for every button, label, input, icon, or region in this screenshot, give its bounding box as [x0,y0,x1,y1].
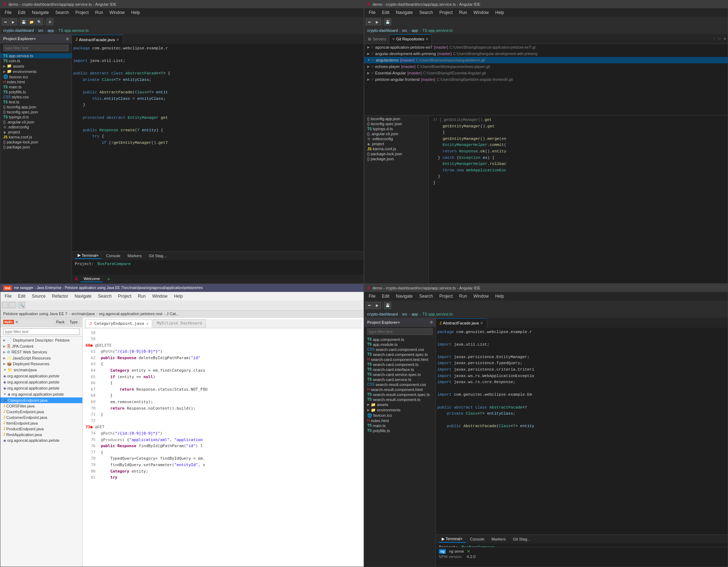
menu-edit-tr[interactable]: Edit [379,9,392,16]
file-tsconfig-spec-tl[interactable]: {} tsconfig.spec.json [0,109,72,114]
type-tab[interactable]: Type [68,319,79,325]
file-index-tl[interactable]: H index.html [0,79,72,84]
lf-tsconfig-app-tr[interactable]: {} tsconfig.app.json [364,116,428,121]
eclipse-menu-navigate[interactable]: Navigate [72,293,94,299]
file-project-tl[interactable]: ◆ .project [0,129,72,135]
br-search-card-ts[interactable]: TS search-card.component.ts [364,362,436,367]
terminal-tab-console-br[interactable]: Console [467,536,487,542]
toolbar-btn-3[interactable]: 💾 [20,18,27,25]
tree-customer-endpoint[interactable]: J CustomerEndpoint.java [0,415,82,420]
tree-src-main-java[interactable]: ▼ 📁 src/main/java [0,367,82,373]
bc-petstore[interactable]: Petstore application using Java EE 7 [3,312,67,316]
git-repo-petstore[interactable]: ▶ ⑂ agoncal-application-petstore-ee7 [ma… [364,44,728,50]
pack-tab[interactable]: Pack [54,319,66,325]
menu-project-br[interactable]: Project [436,293,455,299]
tree-deployment-descriptor[interactable]: ▶ 📄 Deployment Descriptor: Petstore [0,337,82,343]
br-search-result-css[interactable]: CSS search-result.component.css [364,382,436,387]
toolbar-btn-2[interactable]: ▶ [10,18,17,25]
menu-run-tl[interactable]: Run [92,9,106,16]
toolbar-btn-tr-2[interactable]: ▶ [374,18,381,25]
br-polyfills-ts[interactable]: TS polyfills.ts [364,428,436,433]
toolbar-btn-6[interactable]: ⚙ [46,18,53,25]
menu-navigate-br[interactable]: Navigate [393,293,416,299]
search-input-tl[interactable] [3,45,69,51]
eclipse-tab-myeclipse[interactable]: MyEclipse Dashboard [153,319,206,328]
git-repo-echoes[interactable]: ▶ ⑂ echoes-player [master] C:\Users\Bria… [364,63,728,70]
br-app-module[interactable]: TS app.module.ts [364,342,436,347]
eclipse-search-input[interactable] [3,328,79,335]
tree-item-endpoint[interactable]: J ItemEndpoint.java [0,420,82,426]
file-test-tl[interactable]: TS test.ts [0,99,72,104]
bc-ts-tr[interactable]: TS app.service.ts [422,28,453,33]
terminal-tab-console-tl[interactable]: Console [103,253,123,259]
menu-file-br[interactable]: File [366,293,378,299]
eclipse-tb-btn-2[interactable]: ▶ [9,302,15,308]
bc-ts-tl[interactable]: TS app.service.ts [58,28,89,33]
file-polyfills-tl[interactable]: TS polyfills.ts [0,89,72,94]
eclipse-menu-run[interactable]: Run [135,293,149,299]
menu-edit-br[interactable]: Edit [379,293,392,299]
eclipse-menu-refactor[interactable]: Refactor [49,293,71,299]
br-search-card-css[interactable]: CSS search-card.component.css [364,347,436,352]
tree-product-endpoint[interactable]: J ProductEndpoint.java [0,426,82,432]
eclipse-menu-search[interactable]: Search [95,293,115,299]
terminal-tab-markers-tl[interactable]: Markers [125,253,145,259]
close-myec[interactable]: ⊗ [15,320,18,324]
menu-file-tr[interactable]: File [366,9,378,16]
bc-crypto-tr[interactable]: crypto-dashboard [367,28,398,33]
tree-country-endpoint[interactable]: J CountryEndpoint.java [0,409,82,415]
file-main-tl[interactable]: TS main.ts [0,84,72,89]
folder-environments-tl[interactable]: ▶ 📁 environments [0,69,72,74]
tree-deployed-resources[interactable]: ▶ 📦 Deployed Resources [0,361,82,367]
eclipse-tab-category[interactable]: J CategoryEndpoint.java ⊗ [86,319,152,328]
bc-crypto-br[interactable]: crypto-dashboard [367,312,398,316]
eclipse-editor[interactable]: J CategoryEndpoint.java ⊗ MyEclipse Dash… [83,318,364,567]
git-repo-angulardemo[interactable]: ▼ ⑂ angulardemo [master] C:\Users\Brian\… [364,57,728,63]
eclipse-tb-btn-1[interactable]: ⬅ [2,302,8,308]
lf-karma-tr[interactable]: JS karma.conf.js [364,146,428,151]
search-input-br[interactable] [367,328,433,335]
toolbar-btn-br-1[interactable]: ⬅ [366,302,373,309]
menu-search-tl[interactable]: Search [52,9,72,16]
br-favicon[interactable]: 🌐 favicon.ico [364,413,436,418]
file-karma-tl[interactable]: JS karma.conf.js [0,135,72,140]
bc-crypto-tl[interactable]: crypto-dashboard [3,28,34,33]
br-assets-folder[interactable]: ▶ 📁 assets [364,402,436,407]
toolbar-btn-tr-1[interactable]: ⬅ [366,18,373,25]
menu-navigate-tl[interactable]: Navigate [29,9,52,16]
add-tab-btn-tl[interactable]: + [106,276,111,282]
maximize-btn-tr[interactable]: □ [717,36,722,41]
br-search-card-service[interactable]: TS search-card.service.ts [364,377,436,382]
menu-help-tl[interactable]: Help [128,9,143,16]
tree-pkg-3[interactable]: ◈ org.agoncal.application.petste [0,385,82,391]
file-coin-tl[interactable]: TS coin.ts [0,58,72,63]
lf-editorconfig-tr[interactable]: ⚙ .editorconfig [364,136,428,141]
eclipse-menu-window[interactable]: Window [149,293,170,299]
tree-pkg-rest-open[interactable]: ▼ ◈ org.agoncal.application.petste [0,391,82,397]
br-search-card-test-html[interactable]: H search-card.component.test.html [364,357,436,362]
menu-search-tr[interactable]: Search [416,9,436,16]
lf-angular-cli-tr[interactable]: {} .angular-cli.json [364,131,428,136]
br-index-html[interactable]: H index.html [364,418,436,423]
br-search-result-spec[interactable]: TS search-result.component.spec.ts [364,392,436,397]
menu-run-br[interactable]: Run [456,293,470,299]
bc-ts-br[interactable]: TS app.service.ts [422,312,453,316]
lf-project-tr[interactable]: ◆ .project [364,141,428,146]
tree-pkg-1[interactable]: ◈ org.agoncal.application.petste [0,373,82,379]
terminal-tab-terminal-tl[interactable]: ▶ Terminal+ [75,252,102,259]
br-environments-folder[interactable]: ▶ 📁 environments [364,407,436,413]
minimize-btn-tr[interactable]: − [712,36,717,41]
tree-rest-application[interactable]: J RestApplication.java [0,432,82,438]
toolbar-btn-4[interactable]: 📁 [28,18,35,25]
menu-edit-tl[interactable]: Edit [15,9,28,16]
file-typings-tl[interactable]: TS typings.d.ts [0,114,72,119]
br-main-ts[interactable]: TS main.ts [364,423,436,428]
tab-git-repos-tr[interactable]: ⑂ Git Repositories ⊗ [389,34,432,44]
br-search-card-interface[interactable]: TS search-card.interface.ts [364,367,436,372]
toolbar-btn-1[interactable]: ⬅ [2,18,9,25]
eclipse-menu-file[interactable]: File [2,293,14,299]
close-git-repos-tr[interactable]: ⊗ [426,37,428,41]
git-repo-essential[interactable]: ▶ ⑂ Essential-Angular [master] C:\Users\… [364,70,728,76]
br-search-card-service-spec[interactable]: TS search-card.service.spec.ts [364,372,436,377]
bc-src-tr[interactable]: src [402,28,407,33]
